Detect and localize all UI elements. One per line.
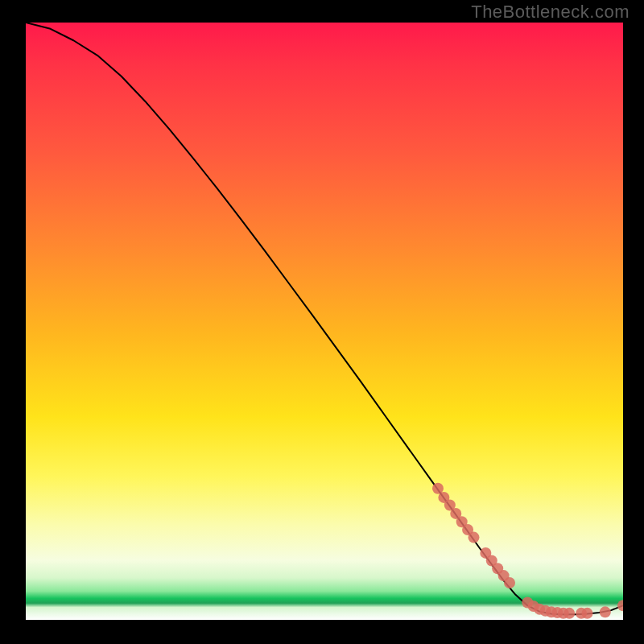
marker-point xyxy=(617,600,623,611)
watermark-text: TheBottleneck.com xyxy=(471,2,630,23)
marker-point xyxy=(564,608,575,619)
marker-point xyxy=(600,606,611,617)
chart-svg xyxy=(26,23,623,620)
marker-point xyxy=(469,532,480,543)
chart-curve xyxy=(26,23,623,614)
marker-point xyxy=(504,577,515,588)
chart-frame: TheBottleneck.com xyxy=(0,0,644,644)
marker-point xyxy=(581,608,592,619)
chart-markers xyxy=(432,483,623,619)
